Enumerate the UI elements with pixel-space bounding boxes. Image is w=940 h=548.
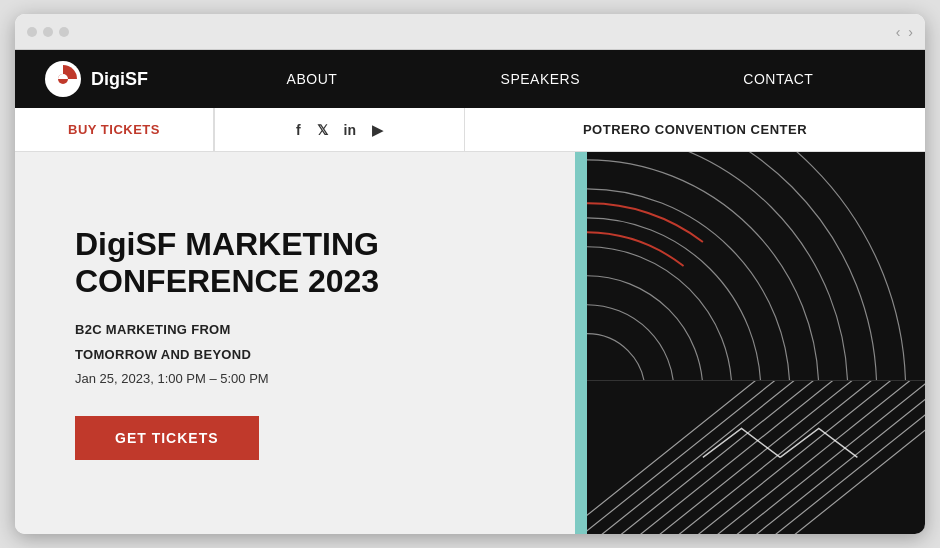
logo-icon bbox=[45, 61, 81, 97]
buy-tickets-link[interactable]: BUY TICKETS bbox=[15, 108, 214, 151]
svg-point-6 bbox=[587, 218, 761, 380]
browser-dot-close bbox=[27, 27, 37, 37]
svg-line-17 bbox=[635, 381, 876, 534]
hero-art-svg-bottom bbox=[587, 381, 925, 534]
social-linkedin-icon[interactable]: in bbox=[344, 122, 356, 138]
hero-section: DigiSF MARKETING CONFERENCE 2023 B2C MAR… bbox=[15, 152, 925, 534]
svg-point-7 bbox=[587, 189, 790, 380]
svg-line-23 bbox=[751, 381, 925, 534]
browser-dots bbox=[27, 27, 69, 37]
svg-line-15 bbox=[597, 381, 838, 534]
nav-item-speakers[interactable]: SPEAKERS bbox=[501, 70, 580, 88]
svg-line-24 bbox=[770, 381, 925, 534]
nav-item-about[interactable]: ABOUT bbox=[287, 70, 338, 88]
sub-nav-social: f 𝕏 in ▶ bbox=[215, 108, 465, 151]
svg-point-5 bbox=[587, 247, 732, 380]
svg-point-4 bbox=[587, 276, 703, 380]
nav-link-contact[interactable]: CONTACT bbox=[743, 71, 813, 87]
browser-window: ‹ › DigiSF ABOUT bbox=[15, 14, 925, 534]
hero-title: DigiSF MARKETING CONFERENCE 2023 bbox=[75, 226, 515, 300]
logo-area: DigiSF bbox=[45, 61, 205, 97]
svg-point-8 bbox=[587, 160, 819, 380]
hero-date: Jan 25, 2023, 1:00 PM – 5:00 PM bbox=[75, 371, 515, 386]
hero-art-bottom bbox=[575, 381, 925, 534]
svg-point-9 bbox=[587, 152, 848, 380]
logo-text: DigiSF bbox=[91, 69, 148, 90]
hero-art-top bbox=[575, 152, 925, 381]
hero-subtitle-line2: TOMORROW AND BEYOND bbox=[75, 345, 515, 365]
hero-left: DigiSF MARKETING CONFERENCE 2023 B2C MAR… bbox=[15, 152, 575, 534]
browser-dot-maximize bbox=[59, 27, 69, 37]
svg-line-19 bbox=[674, 381, 915, 534]
nav-link-speakers[interactable]: SPEAKERS bbox=[501, 71, 580, 87]
svg-line-18 bbox=[655, 381, 896, 534]
sub-nav-venue: POTRERO CONVENTION CENTER bbox=[465, 108, 925, 151]
svg-line-12 bbox=[587, 381, 780, 534]
site-content: DigiSF ABOUT SPEAKERS CONTACT BUY TICKET… bbox=[15, 50, 925, 534]
sub-nav: BUY TICKETS f 𝕏 in ▶ POTRERO CONVENTION … bbox=[15, 108, 925, 152]
browser-chrome: ‹ › bbox=[15, 14, 925, 50]
svg-line-13 bbox=[587, 381, 799, 534]
social-facebook-icon[interactable]: f bbox=[296, 122, 301, 138]
hero-subtitle-line1: B2C MARKETING FROM bbox=[75, 320, 515, 340]
top-nav: DigiSF ABOUT SPEAKERS CONTACT bbox=[15, 50, 925, 108]
svg-line-16 bbox=[616, 381, 857, 534]
hero-right bbox=[575, 152, 925, 534]
hero-art-svg-top bbox=[587, 152, 925, 380]
social-youtube-icon[interactable]: ▶ bbox=[372, 122, 383, 138]
venue-name: POTRERO CONVENTION CENTER bbox=[583, 122, 807, 137]
nav-link-about[interactable]: ABOUT bbox=[287, 71, 338, 87]
nav-item-contact[interactable]: CONTACT bbox=[743, 70, 813, 88]
svg-line-21 bbox=[713, 381, 925, 534]
browser-arrows: ‹ › bbox=[896, 24, 913, 40]
svg-point-10 bbox=[587, 152, 877, 380]
svg-point-2 bbox=[587, 334, 645, 380]
sub-nav-tickets-section: BUY TICKETS bbox=[15, 108, 215, 151]
get-tickets-button[interactable]: GET TICKETS bbox=[75, 416, 259, 460]
browser-forward-icon[interactable]: › bbox=[908, 24, 913, 40]
browser-back-icon[interactable]: ‹ bbox=[896, 24, 901, 40]
teal-accent-strip bbox=[575, 152, 587, 534]
nav-links: ABOUT SPEAKERS CONTACT bbox=[205, 70, 895, 88]
social-twitter-icon[interactable]: 𝕏 bbox=[317, 122, 328, 138]
svg-line-22 bbox=[732, 381, 925, 534]
browser-dot-minimize bbox=[43, 27, 53, 37]
svg-point-3 bbox=[587, 305, 674, 380]
